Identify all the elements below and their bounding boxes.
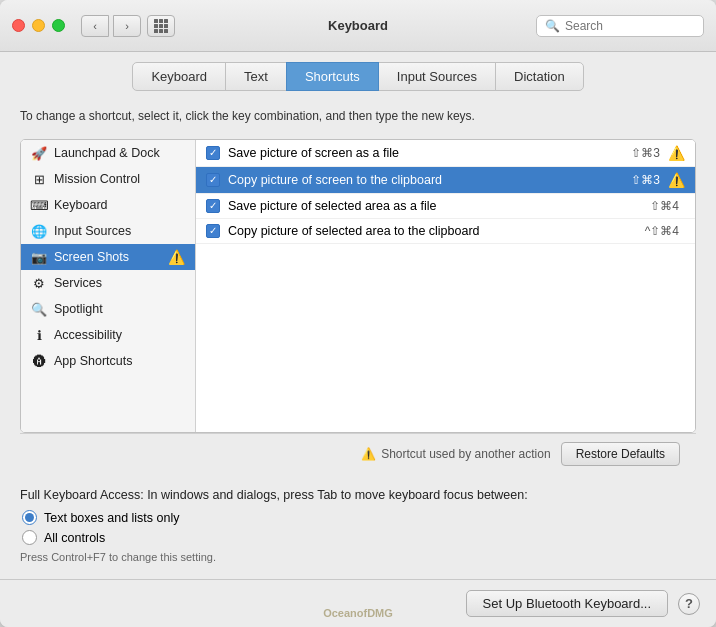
traffic-lights (12, 19, 65, 32)
radio-label-text-boxes: Text boxes and lists only (44, 511, 180, 525)
footer-warning: ⚠️ Shortcut used by another action (36, 447, 551, 461)
maximize-button[interactable] (52, 19, 65, 32)
restore-defaults-button[interactable]: Restore Defaults (561, 442, 680, 466)
keyboard-window: ‹ › Keyboard 🔍 Keyboard Text Shortcuts I… (0, 0, 716, 627)
sidebar-label-spotlight: Spotlight (54, 302, 103, 316)
content-area: To change a shortcut, select it, click t… (0, 91, 716, 579)
radio-all-controls[interactable]: All controls (22, 530, 696, 545)
spotlight-icon: 🔍 (31, 301, 47, 317)
sidebar-label-screen-shots: Screen Shots (54, 250, 129, 264)
grid-icon (154, 19, 168, 33)
sidebar-label-mission-control: Mission Control (54, 172, 140, 186)
titlebar: ‹ › Keyboard 🔍 (0, 0, 716, 52)
shortcut-checkbox-save-screen[interactable] (206, 146, 220, 160)
shortcut-row-copy-screen[interactable]: Copy picture of screen to the clipboard … (196, 167, 695, 194)
input-sources-icon: 🌐 (31, 223, 47, 239)
tab-input-sources[interactable]: Input Sources (378, 62, 496, 91)
radio-outer-all-controls[interactable] (22, 530, 37, 545)
sidebar-item-app-shortcuts[interactable]: 🅐 App Shortcuts (21, 348, 195, 374)
shortcut-checkbox-save-area[interactable] (206, 199, 220, 213)
launchpad-icon: 🚀 (31, 145, 47, 161)
tabs-bar: Keyboard Text Shortcuts Input Sources Di… (0, 52, 716, 91)
shortcuts-footer: ⚠️ Shortcut used by another action Resto… (20, 433, 696, 474)
radio-inner-text-boxes (25, 513, 34, 522)
tab-shortcuts[interactable]: Shortcuts (286, 62, 379, 91)
sidebar-label-accessibility: Accessibility (54, 328, 122, 342)
radio-outer-text-boxes[interactable] (22, 510, 37, 525)
close-button[interactable] (12, 19, 25, 32)
shortcut-checkbox-copy-area[interactable] (206, 224, 220, 238)
sidebar-item-launchpad[interactable]: 🚀 Launchpad & Dock (21, 140, 195, 166)
sidebar-item-spotlight[interactable]: 🔍 Spotlight (21, 296, 195, 322)
sidebar-label-app-shortcuts: App Shortcuts (54, 354, 133, 368)
sidebar-item-screen-shots[interactable]: 📷 Screen Shots ⚠️ (21, 244, 195, 270)
back-button[interactable]: ‹ (81, 15, 109, 37)
warning-icon: ⚠️ (361, 447, 376, 461)
sidebar-item-input-sources[interactable]: 🌐 Input Sources (21, 218, 195, 244)
shortcut-warn-save-screen: ⚠️ (668, 145, 685, 161)
forward-button[interactable]: › (113, 15, 141, 37)
keyboard-access-title: Full Keyboard Access: In windows and dia… (20, 488, 696, 502)
sidebar-label-input-sources: Input Sources (54, 224, 131, 238)
grid-button[interactable] (147, 15, 175, 37)
help-button[interactable]: ? (678, 593, 700, 615)
app-shortcuts-icon: 🅐 (31, 353, 47, 369)
accessibility-icon: ℹ (31, 327, 47, 343)
setup-bluetooth-button[interactable]: Set Up Bluetooth Keyboard... (466, 590, 668, 617)
services-icon: ⚙ (31, 275, 47, 291)
shortcut-keys-copy-screen: ⇧⌘3 (631, 173, 660, 187)
sidebar: 🚀 Launchpad & Dock ⊞ Mission Control ⌨ K… (21, 140, 196, 432)
tab-text[interactable]: Text (225, 62, 287, 91)
sidebar-item-mission-control[interactable]: ⊞ Mission Control (21, 166, 195, 192)
shortcut-keys-save-screen: ⇧⌘3 (631, 146, 660, 160)
radio-label-all-controls: All controls (44, 531, 105, 545)
shortcut-row-save-area[interactable]: Save picture of selected area as a file … (196, 194, 695, 219)
radio-text-boxes[interactable]: Text boxes and lists only (22, 510, 696, 525)
sidebar-label-services: Services (54, 276, 102, 290)
shortcut-label-copy-area: Copy picture of selected area to the cli… (228, 224, 645, 238)
nav-buttons: ‹ › (81, 15, 141, 37)
minimize-button[interactable] (32, 19, 45, 32)
keyboard-access-section: Full Keyboard Access: In windows and dia… (20, 488, 696, 563)
warning-text: Shortcut used by another action (381, 447, 550, 461)
sidebar-label-launchpad: Launchpad & Dock (54, 146, 160, 160)
sidebar-item-accessibility[interactable]: ℹ Accessibility (21, 322, 195, 348)
tab-dictation[interactable]: Dictation (495, 62, 584, 91)
shortcut-row-save-screen[interactable]: Save picture of screen as a file ⇧⌘3 ⚠️ (196, 140, 695, 167)
shortcut-keys-save-area: ⇧⌘4 (650, 199, 679, 213)
shortcut-warn-copy-screen: ⚠️ (668, 172, 685, 188)
shortcut-label-copy-screen: Copy picture of screen to the clipboard (228, 173, 631, 187)
shortcut-row-copy-area[interactable]: Copy picture of selected area to the cli… (196, 219, 695, 244)
keyboard-access-hint: Press Control+F7 to change this setting. (20, 551, 696, 563)
right-panel: Save picture of screen as a file ⇧⌘3 ⚠️ … (196, 140, 695, 432)
shortcut-keys-copy-area: ^⇧⌘4 (645, 224, 679, 238)
search-input[interactable] (565, 19, 695, 33)
radio-group: Text boxes and lists only All controls (20, 510, 696, 545)
screen-shots-warning-badge: ⚠️ (168, 249, 185, 265)
screen-shots-icon: 📷 (31, 249, 47, 265)
mission-control-icon: ⊞ (31, 171, 47, 187)
tab-keyboard[interactable]: Keyboard (132, 62, 226, 91)
sidebar-label-keyboard: Keyboard (54, 198, 108, 212)
sidebar-item-keyboard[interactable]: ⌨ Keyboard (21, 192, 195, 218)
shortcut-checkbox-copy-screen[interactable] (206, 173, 220, 187)
window-bottom: Set Up Bluetooth Keyboard... ? (0, 579, 716, 627)
keyboard-icon: ⌨ (31, 197, 47, 213)
shortcut-label-save-area: Save picture of selected area as a file (228, 199, 650, 213)
description-text: To change a shortcut, select it, click t… (20, 107, 696, 125)
sidebar-item-services[interactable]: ⚙ Services (21, 270, 195, 296)
main-area: 🚀 Launchpad & Dock ⊞ Mission Control ⌨ K… (20, 139, 696, 433)
shortcut-label-save-screen: Save picture of screen as a file (228, 146, 631, 160)
search-icon: 🔍 (545, 19, 560, 33)
window-title: Keyboard (328, 18, 388, 33)
search-box[interactable]: 🔍 (536, 15, 704, 37)
